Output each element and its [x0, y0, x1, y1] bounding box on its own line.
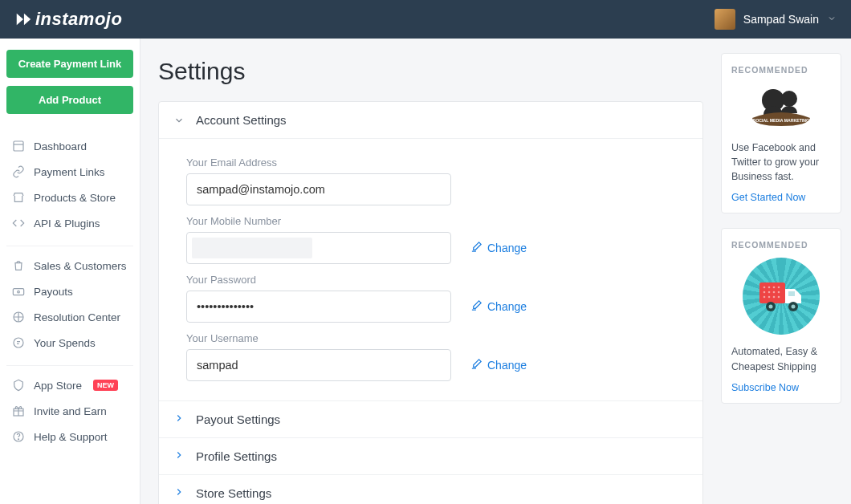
svg-point-20 [778, 291, 780, 294]
sidebar-item-sales-customers[interactable]: Sales & Customers [6, 253, 133, 278]
sidebar-item-label: Sales & Customers [34, 260, 127, 272]
sidebar-item-label: Your Spends [34, 337, 96, 349]
sidebar-item-api-plugins[interactable]: API & Plugins [6, 210, 133, 236]
svg-point-27 [769, 305, 773, 309]
change-label: Change [487, 242, 527, 254]
svg-point-18 [768, 291, 771, 294]
field-password: Your Password Change [186, 274, 675, 323]
sidebar-item-invite-earn[interactable]: Invite and Earn [6, 398, 133, 424]
svg-point-2 [18, 291, 20, 293]
field-email: Your Email Address [186, 156, 675, 205]
get-started-link[interactable]: Get Started Now [731, 192, 831, 203]
sidebar-item-help-support[interactable]: Help & Support [6, 424, 133, 449]
change-username-link[interactable]: Change [470, 358, 527, 372]
change-mobile-link[interactable]: Change [470, 241, 527, 255]
section-title: Store Settings [196, 486, 271, 500]
svg-point-15 [773, 287, 776, 289]
sidebar: Create Payment Link Add Product Dashboar… [0, 39, 140, 504]
main-content: Settings Account Settings Your Email Add… [140, 39, 721, 504]
shield-icon [11, 311, 26, 323]
chevron-right-icon [173, 486, 185, 500]
chevron-down-icon [173, 115, 185, 126]
sidebar-item-label: Resolution Center [34, 311, 120, 323]
edit-icon [470, 299, 483, 314]
field-username: Your Username Change [186, 332, 675, 381]
help-icon [11, 430, 26, 443]
section-profile-settings[interactable]: Profile Settings [159, 437, 702, 474]
mobile-label: Your Mobile Number [186, 215, 675, 227]
svg-point-4 [14, 338, 23, 348]
svg-rect-12 [759, 282, 785, 303]
sidebar-item-payment-links[interactable]: Payment Links [6, 159, 133, 185]
subscribe-link[interactable]: Subscribe Now [731, 382, 831, 393]
app-icon [11, 379, 26, 392]
dashboard-icon [11, 140, 26, 152]
create-payment-link-button[interactable]: Create Payment Link [6, 50, 133, 78]
username-label: Your Username [186, 332, 675, 344]
wallet-icon [11, 336, 26, 349]
svg-point-9 [781, 91, 797, 107]
svg-text:SOCIAL MEDIA MARKETING: SOCIAL MEDIA MARKETING [753, 118, 809, 123]
password-input[interactable] [186, 291, 451, 323]
edit-icon [470, 241, 483, 255]
sidebar-item-your-spends[interactable]: Your Spends [6, 330, 133, 356]
svg-point-29 [792, 305, 796, 309]
sidebar-item-label: Help & Support [34, 431, 108, 443]
sidebar-item-dashboard[interactable]: Dashboard [6, 133, 133, 159]
change-password-link[interactable]: Change [470, 299, 527, 314]
svg-point-19 [773, 291, 776, 294]
svg-rect-0 [14, 141, 23, 151]
brand-logo[interactable]: instamojo [14, 9, 122, 30]
svg-point-7 [18, 439, 18, 440]
user-menu[interactable]: Sampad Swain [715, 9, 837, 30]
sidebar-item-app-store[interactable]: App Store NEW [6, 372, 133, 398]
page-title: Settings [158, 58, 703, 85]
topbar: instamojo Sampad Swain [0, 0, 851, 39]
svg-point-13 [763, 287, 766, 289]
svg-point-14 [768, 287, 771, 289]
username-input[interactable] [186, 349, 451, 381]
sidebar-item-payouts[interactable]: Payouts [6, 278, 133, 304]
svg-point-24 [778, 296, 780, 299]
section-title: Profile Settings [196, 449, 277, 463]
card-text: Automated, Easy & Cheapest Shipping [731, 344, 831, 373]
nav-group-more: App Store NEW Invite and Earn Help & Sup… [6, 365, 133, 449]
section-payout-settings[interactable]: Payout Settings [159, 400, 702, 437]
section-store-settings[interactable]: Store Settings [159, 474, 702, 504]
svg-point-23 [773, 296, 776, 299]
svg-point-21 [763, 296, 766, 299]
sidebar-item-label: Products & Store [34, 192, 116, 204]
field-mobile: Your Mobile Number Change [186, 215, 675, 264]
password-label: Your Password [186, 274, 675, 286]
svg-rect-25 [788, 291, 795, 296]
user-name: Sampad Swain [743, 13, 819, 26]
gift-icon [11, 404, 26, 417]
sidebar-item-label: API & Plugins [34, 217, 100, 230]
svg-rect-1 [13, 289, 23, 295]
truck-icon [731, 258, 831, 335]
nav-group-main: Dashboard Payment Links Products & Store… [6, 127, 133, 236]
email-input[interactable] [186, 173, 451, 205]
store-icon [11, 191, 26, 204]
nav-group-business: Sales & Customers Payouts Resolution Cen… [6, 246, 133, 356]
chevron-right-icon [173, 413, 185, 426]
sidebar-item-products-store[interactable]: Products & Store [6, 185, 133, 210]
recommended-card-shipping: RECOMMENDED [721, 228, 841, 403]
right-rail: RECOMMENDED SOCIAL MEDIA MARKETING Use F… [721, 39, 851, 504]
section-account-settings-header[interactable]: Account Settings [159, 102, 702, 139]
svg-point-17 [763, 291, 766, 294]
social-marketing-icon: SOCIAL MEDIA MARKETING [731, 83, 831, 131]
code-icon [11, 217, 26, 230]
recommended-card-social: RECOMMENDED SOCIAL MEDIA MARKETING Use F… [721, 53, 841, 213]
svg-point-22 [768, 296, 771, 299]
email-label: Your Email Address [186, 156, 675, 169]
sidebar-item-resolution[interactable]: Resolution Center [6, 304, 133, 330]
brand-icon [14, 10, 32, 28]
add-product-button[interactable]: Add Product [6, 86, 133, 114]
svg-point-16 [778, 287, 780, 289]
settings-panel: Account Settings Your Email Address Your… [158, 101, 703, 504]
sidebar-item-label: Invite and Earn [34, 405, 107, 417]
new-badge: NEW [93, 380, 118, 391]
change-label: Change [487, 359, 527, 372]
mobile-input[interactable] [186, 232, 451, 264]
